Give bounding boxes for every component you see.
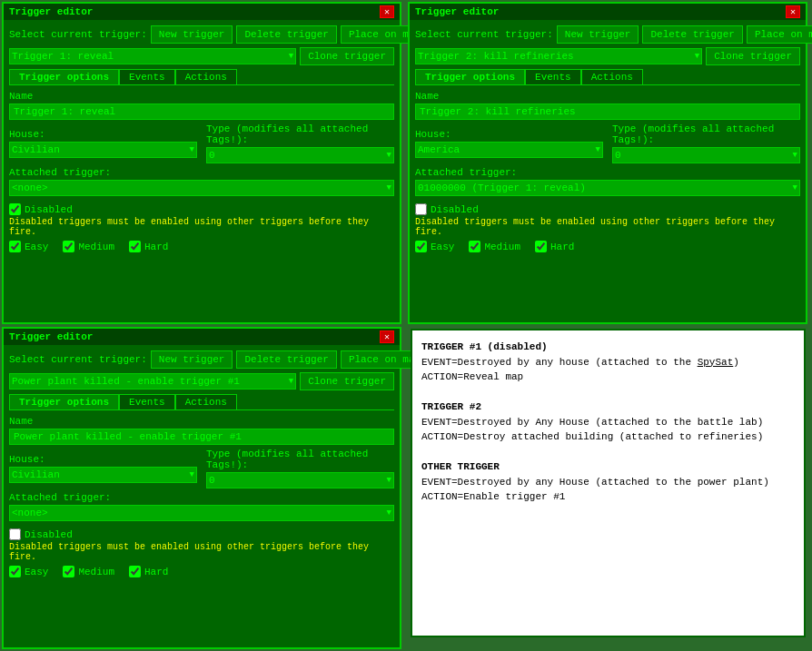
disabled-label-3: Disabled (25, 529, 73, 540)
house-select-3[interactable]: Civilian (9, 467, 197, 483)
house-label-3: House: (9, 454, 197, 465)
tab-trigger-options-1[interactable]: Trigger options (9, 69, 119, 84)
clone-trigger-btn-1[interactable]: Clone trigger (300, 47, 394, 65)
info-line-1: TRIGGER #1 (disabled) (421, 340, 795, 355)
close-button-1[interactable]: ✕ (380, 5, 394, 18)
medium-checkbox-1[interactable] (63, 241, 74, 252)
close-button-2[interactable]: ✕ (786, 5, 800, 18)
house-select-2[interactable]: America (415, 142, 603, 158)
type-label-2: Type (modifies all attached Tags!): (612, 123, 800, 145)
close-button-3[interactable]: ✕ (380, 330, 394, 343)
attached-label-2: Attached trigger: (415, 167, 800, 178)
info-line-9: ACTION=Enable trigger #1 (421, 489, 795, 505)
disabled-note-2: Disabled triggers must be enabled using … (415, 217, 800, 237)
medium-checkbox-3[interactable] (63, 566, 74, 577)
tab-actions-2[interactable]: Actions (581, 69, 643, 84)
tab-actions-3[interactable]: Actions (175, 394, 237, 409)
info-spacer-1 (421, 385, 795, 400)
disabled-note-3: Disabled triggers must be enabled using … (9, 542, 394, 562)
window-title-2: Trigger editor (415, 6, 499, 17)
title-bar-1: Trigger editor ✕ (4, 4, 400, 20)
disabled-checkbox-2[interactable] (415, 203, 427, 215)
easy-label-3: Easy (25, 567, 48, 577)
type-label-1: Type (modifies all attached Tags!): (206, 123, 394, 145)
disabled-label-2: Disabled (431, 204, 479, 215)
hard-checkbox-2[interactable] (535, 241, 547, 252)
type-select-2[interactable]: 0 (612, 147, 800, 163)
select-label-3: Select current trigger: (9, 354, 147, 365)
trigger-window-1: Trigger editor ✕ Select current trigger:… (2, 2, 401, 324)
current-trigger-select-3[interactable]: Power plant killed - enable trigger #1 (9, 373, 296, 390)
select-label-1: Select current trigger: (9, 29, 147, 40)
easy-label-1: Easy (25, 242, 48, 252)
attached-select-3[interactable]: <none> (9, 505, 394, 521)
tab-trigger-options-3[interactable]: Trigger options (9, 394, 119, 409)
info-line-3: ACTION=Reveal map (421, 370, 795, 385)
easy-checkbox-3[interactable] (9, 566, 21, 577)
easy-checkbox-2[interactable] (415, 241, 427, 252)
attached-select-1[interactable]: <none> (9, 180, 394, 196)
delete-trigger-btn-3[interactable]: Delete trigger (236, 350, 336, 369)
info-line-6: ACTION=Destroy attached building (attach… (421, 429, 795, 445)
attached-label-3: Attached trigger: (9, 492, 394, 503)
house-label-2: House: (415, 129, 603, 140)
tab-trigger-options-2[interactable]: Trigger options (415, 69, 525, 84)
info-line-2: EVENT=Destroyed by any house (attached t… (421, 355, 795, 370)
tab-events-1[interactable]: Events (119, 69, 175, 84)
tab-events-2[interactable]: Events (525, 69, 581, 84)
tab-events-3[interactable]: Events (119, 394, 175, 409)
name-label-1: Name (9, 91, 394, 102)
type-select-3[interactable]: 0 (206, 472, 394, 488)
disabled-checkbox-1[interactable] (9, 203, 21, 215)
hard-label-1: Hard (144, 242, 168, 252)
disabled-checkbox-3[interactable] (9, 528, 21, 540)
info-box: TRIGGER #1 (disabled) EVENT=Destroyed by… (411, 329, 806, 637)
type-select-1[interactable]: 0 (206, 147, 394, 163)
info-spacer-2 (421, 445, 795, 460)
delete-trigger-btn-1[interactable]: Delete trigger (236, 25, 336, 44)
trigger-window-3: Trigger editor ✕ Select current trigger:… (2, 327, 401, 649)
window-title-3: Trigger editor (9, 331, 93, 342)
disabled-label-1: Disabled (25, 204, 73, 215)
delete-trigger-btn-2[interactable]: Delete trigger (642, 25, 742, 44)
new-trigger-btn-2[interactable]: New trigger (557, 25, 639, 44)
hard-label-3: Hard (144, 567, 168, 577)
hard-checkbox-3[interactable] (129, 566, 141, 577)
new-trigger-btn-1[interactable]: New trigger (151, 25, 233, 44)
info-line-8: EVENT=Destroyed by any House (attached t… (421, 475, 795, 490)
house-select-1[interactable]: Civilian (9, 142, 197, 158)
easy-checkbox-1[interactable] (9, 241, 21, 252)
name-input-1[interactable] (9, 104, 394, 120)
hard-label-2: Hard (550, 242, 574, 252)
window-title-1: Trigger editor (9, 6, 93, 17)
trigger-window-2: Trigger editor ✕ Select current trigger:… (408, 2, 807, 324)
current-trigger-select-2[interactable]: Trigger 2: kill refineries (415, 48, 702, 64)
type-label-3: Type (modifies all attached Tags!): (206, 449, 394, 470)
medium-label-3: Medium (78, 567, 114, 577)
name-input-2[interactable] (415, 104, 800, 120)
clone-trigger-btn-3[interactable]: Clone trigger (300, 372, 394, 390)
clone-trigger-btn-2[interactable]: Clone trigger (706, 47, 800, 65)
tab-actions-1[interactable]: Actions (175, 69, 237, 84)
place-on-map-btn-2[interactable]: Place on map (747, 25, 812, 44)
house-label-1: House: (9, 129, 197, 140)
title-bar-3: Trigger editor ✕ (4, 329, 400, 345)
new-trigger-btn-3[interactable]: New trigger (151, 350, 233, 369)
select-label-2: Select current trigger: (415, 29, 553, 40)
attached-label-1: Attached trigger: (9, 167, 394, 178)
name-label-3: Name (9, 416, 394, 427)
name-input-3[interactable] (9, 429, 394, 445)
info-line-5: EVENT=Destroyed by Any House (attached t… (421, 415, 795, 430)
info-line-7: OTHER TRIGGER (421, 459, 795, 475)
attached-select-2[interactable]: 01000000 (Trigger 1: reveal) (415, 180, 800, 196)
info-line-4: TRIGGER #2 (421, 399, 795, 415)
disabled-note-1: Disabled triggers must be enabled using … (9, 217, 394, 237)
medium-label-1: Medium (78, 242, 114, 252)
easy-label-2: Easy (431, 242, 454, 252)
tabs-bar-1: Trigger options Events Actions (9, 69, 394, 85)
name-label-2: Name (415, 91, 800, 102)
medium-checkbox-2[interactable] (469, 241, 480, 252)
tabs-bar-2: Trigger options Events Actions (415, 69, 800, 85)
hard-checkbox-1[interactable] (129, 241, 141, 252)
current-trigger-select-1[interactable]: Trigger 1: reveal (9, 48, 296, 64)
